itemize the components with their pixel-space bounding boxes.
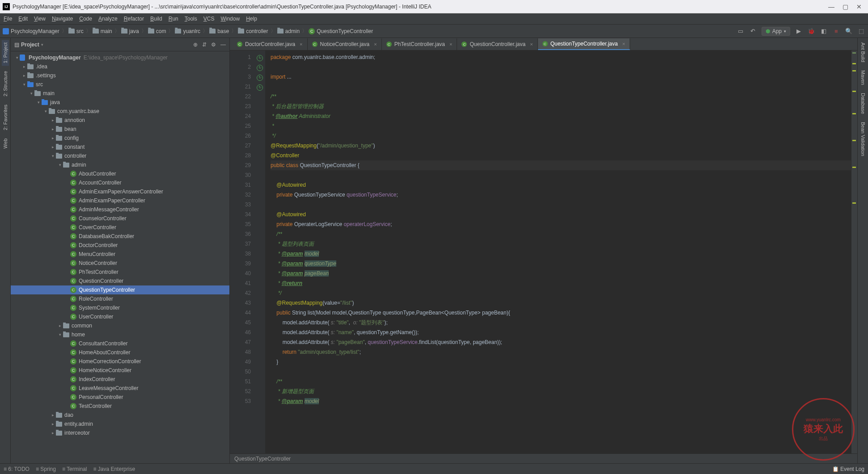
gutter-tab----project[interactable]: 1: Project xyxy=(2,40,9,66)
tree-class-QuestionTypeController[interactable]: CQuestionTypeController xyxy=(11,285,229,294)
project-tree[interactable]: ▾PsychologyManagerE:\idea_space\Psycholo… xyxy=(11,51,229,463)
tree-class-TestController[interactable]: CTestController xyxy=(11,402,229,411)
tree-class-LeaveMessageController[interactable]: CLeaveMessageController xyxy=(11,384,229,393)
tree-class-HomeCorrectionController[interactable]: CHomeCorrectionController xyxy=(11,357,229,366)
settings-icon[interactable]: ⬚ xyxy=(857,27,865,35)
hide-panel-icon[interactable]: — xyxy=(220,42,226,48)
menu-vcs[interactable]: VCS xyxy=(203,16,215,22)
tree-src[interactable]: ▾src xyxy=(11,80,229,89)
tree-class-CoverController[interactable]: CCoverController xyxy=(11,223,229,232)
run-button[interactable]: ▶ xyxy=(795,27,803,35)
tree-class-AdminExamPaperAnswerController[interactable]: CAdminExamPaperAnswerController xyxy=(11,187,229,196)
menu-code[interactable]: Code xyxy=(79,16,92,22)
tree-settings[interactable]: ▸.settings xyxy=(11,71,229,80)
gutter-tab-web[interactable]: Web xyxy=(2,136,9,151)
breadcrumb-com[interactable]: com xyxy=(148,28,166,34)
menu-view[interactable]: View xyxy=(34,16,46,22)
tree-class-NoticeController[interactable]: CNoticeController xyxy=(11,259,229,268)
tree-class-IndexController[interactable]: CIndexController xyxy=(11,375,229,384)
breadcrumb-admin[interactable]: admin xyxy=(277,28,300,34)
close-button[interactable]: ✕ xyxy=(856,3,862,10)
gutter-tab-ant-build[interactable]: Ant Build xyxy=(860,40,867,65)
tree-class-DoctorController[interactable]: CDoctorController xyxy=(11,241,229,250)
tree-common[interactable]: ▸common xyxy=(11,321,229,330)
code-content[interactable]: package com.yuanlrc.base.controller.admi… xyxy=(265,50,851,453)
tree-idea[interactable]: ▸.idea xyxy=(11,62,229,71)
tree-controller[interactable]: ▾controller xyxy=(11,151,229,160)
settings-gear-icon[interactable]: ⚙ xyxy=(211,42,216,48)
error-stripe[interactable] xyxy=(851,50,857,453)
tree-class-AccountController[interactable]: CAccountController xyxy=(11,178,229,187)
layout-icon[interactable]: ▭ xyxy=(737,27,745,35)
breadcrumb-main[interactable]: main xyxy=(93,28,112,34)
tree-class-HomeNoticeController[interactable]: CHomeNoticeController xyxy=(11,366,229,375)
bottom-tab-terminal[interactable]: ≡ Terminal xyxy=(62,466,87,472)
run-coverage-button[interactable]: ◧ xyxy=(820,27,828,35)
breadcrumb-yuanlrc[interactable]: yuanlrc xyxy=(175,28,200,34)
editor-tab-QuestionController[interactable]: CQuestionController.java× xyxy=(457,38,538,50)
menu-navigate[interactable]: Navigate xyxy=(52,16,73,22)
tree-class-MenuController[interactable]: CMenuController xyxy=(11,250,229,259)
breadcrumb-class[interactable]: CQuestionTypeController xyxy=(309,28,373,34)
tree-root[interactable]: ▾PsychologyManagerE:\idea_space\Psycholo… xyxy=(11,53,229,62)
menu-window[interactable]: Window xyxy=(220,16,240,22)
debug-button[interactable]: 🐞 xyxy=(807,27,815,35)
tree-class-SystemController[interactable]: CSystemController xyxy=(11,303,229,312)
bottom-tab----todo[interactable]: ≡ 6: TODO xyxy=(4,466,30,472)
tree-class-ConsultantController[interactable]: CConsultantController xyxy=(11,339,229,348)
search-icon[interactable]: 🔍 xyxy=(845,27,853,35)
editor-tab-QuestionTypeController[interactable]: CQuestionTypeController.java× xyxy=(538,38,630,50)
tree-main[interactable]: ▾main xyxy=(11,89,229,98)
tree-class-HomeAboutController[interactable]: CHomeAboutController xyxy=(11,348,229,357)
tree-admin[interactable]: ▾admin xyxy=(11,160,229,169)
tree-class-AboutController[interactable]: CAboutController xyxy=(11,169,229,178)
bottom-tab-java-enterprise[interactable]: ≡ Java Enterprise xyxy=(93,466,135,472)
breadcrumb-project[interactable]: PsychologyManager xyxy=(3,28,59,34)
menu-file[interactable]: File xyxy=(4,16,12,22)
tree-interceptor[interactable]: ▸interceotor xyxy=(11,428,229,437)
breadcrumb-base[interactable]: base xyxy=(209,28,229,34)
tree-class-CounselorController[interactable]: CCounselorController xyxy=(11,214,229,223)
tree-annotion[interactable]: ▸annotion xyxy=(11,116,229,125)
tree-java[interactable]: ▾java xyxy=(11,98,229,107)
tree-class-QuestionController[interactable]: CQuestionController xyxy=(11,277,229,285)
editor-tab-NoticeController[interactable]: CNoticeController.java× xyxy=(308,38,382,50)
back-icon[interactable]: ↶ xyxy=(749,27,757,35)
tree-class-PersonalController[interactable]: CPersonalController xyxy=(11,393,229,402)
tree-entity-admin[interactable]: ▸entity.admin xyxy=(11,419,229,428)
menu-run[interactable]: Run xyxy=(169,16,178,22)
gutter-tab-bean-validation[interactable]: Bean Validation xyxy=(860,119,867,159)
breadcrumb-java[interactable]: java xyxy=(121,28,139,34)
tree-class-PhTestController[interactable]: CPhTestController xyxy=(11,268,229,277)
close-tab-icon[interactable]: × xyxy=(622,41,625,46)
tree-constant[interactable]: ▸constant xyxy=(11,143,229,151)
tree-class-UserController[interactable]: CUserController xyxy=(11,312,229,321)
tree-dao[interactable]: ▸dao xyxy=(11,411,229,419)
tree-class-AdminExamPaperController[interactable]: CAdminExamPaperController xyxy=(11,196,229,205)
bottom-tab-spring[interactable]: ≡ Spring xyxy=(36,466,56,472)
menu-build[interactable]: Build xyxy=(150,16,162,22)
menu-refactor[interactable]: Refactor xyxy=(124,16,144,22)
gutter-tab----structure[interactable]: 2: Structure xyxy=(2,68,9,99)
stop-button[interactable]: ■ xyxy=(832,27,840,35)
menu-help[interactable]: Help xyxy=(246,16,257,22)
menu-analyze[interactable]: Analyze xyxy=(98,16,118,22)
editor-body[interactable]: 1232122232425262728293031323334353637383… xyxy=(230,50,857,453)
run-config-selector[interactable]: ⬢App▾ xyxy=(762,27,790,36)
gutter-tab-database[interactable]: Database xyxy=(860,90,867,117)
collapse-all-icon[interactable]: ⇵ xyxy=(202,42,207,48)
menu-edit[interactable]: Edit xyxy=(18,16,28,22)
tree-config[interactable]: ▸config xyxy=(11,134,229,143)
breadcrumb-controller[interactable]: controller xyxy=(238,28,268,34)
editor-tab-PhTestController[interactable]: CPhTestController.java× xyxy=(382,38,457,50)
breadcrumb-src[interactable]: src xyxy=(68,28,84,34)
project-panel-title[interactable]: Project xyxy=(21,42,39,48)
gutter-tab-maven[interactable]: Maven xyxy=(860,67,867,88)
tree-pkg[interactable]: ▾com.yuanlrc.base xyxy=(11,107,229,116)
close-tab-icon[interactable]: × xyxy=(449,42,452,47)
close-tab-icon[interactable]: × xyxy=(300,42,302,47)
tree-class-AdminMessageController[interactable]: CAdminMessageController xyxy=(11,205,229,214)
tree-class-DatabaseBakController[interactable]: CDatabaseBakController xyxy=(11,232,229,241)
editor-breadcrumb[interactable]: QuestionTypeController xyxy=(230,453,857,463)
editor-tab-DoctorController[interactable]: CDoctorController.java× xyxy=(233,38,308,50)
